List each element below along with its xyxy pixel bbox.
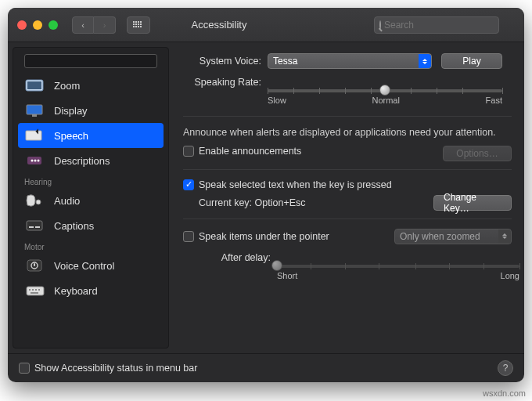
chevron-updown-icon [498,229,511,244]
sidebar-item-descriptions[interactable]: Descriptions [18,148,164,173]
sidebar-item-keyboard[interactable]: Keyboard [18,278,164,303]
system-voice-select[interactable]: Tessa [268,53,432,69]
svg-rect-19 [35,289,37,291]
watermark: wsxdn.com [483,388,526,398]
enable-announcements-label: Enable announcements [199,146,301,157]
show-status-checkbox[interactable] [19,363,30,374]
speech-icon [24,128,46,143]
minimize-icon[interactable] [33,20,42,30]
chevron-updown-icon [419,54,431,68]
sidebar-item-captions[interactable]: Captions [18,213,164,238]
svg-rect-3 [32,114,37,117]
svg-rect-21 [31,292,38,294]
delay-long-label: Long [501,271,519,280]
rate-fast-label: Fast [486,96,502,105]
svg-point-9 [36,200,41,204]
sidebar-item-label: Descriptions [54,155,110,167]
rate-normal-label: Normal [372,96,399,105]
search-field[interactable] [374,16,499,34]
svg-rect-1 [27,81,41,89]
svg-rect-15 [34,263,35,266]
preferences-window: ‹ › Accessibility Zoom Display Speech [8,8,524,382]
divider [183,219,512,219]
options-button[interactable]: Options… [443,146,512,161]
play-button[interactable]: Play [441,53,502,69]
speaking-rate-slider[interactable]: Slow Normal Fast [268,89,502,105]
speak-pointer-checkbox[interactable] [183,231,194,242]
sidebar-item-label: Voice Control [54,260,114,272]
sidebar-item-label: Zoom [54,80,80,92]
sidebar-group-motor: Motor [18,238,164,253]
pointer-mode-select[interactable]: Only when zoomed [394,229,512,244]
svg-point-8 [38,160,40,162]
speaking-rate-label: Speaking Rate: [183,77,268,88]
slider-knob-icon[interactable] [379,85,390,96]
voice-control-icon [24,258,46,273]
captions-icon [24,218,46,233]
change-key-button[interactable]: Change Key… [433,195,512,211]
speak-pointer-label: Speak items under the pointer [199,231,329,242]
svg-rect-20 [38,289,40,291]
sidebar-item-label: Captions [54,220,94,232]
svg-point-6 [31,160,34,162]
keyboard-icon [24,283,46,298]
sidebar-item-zoom[interactable]: Zoom [18,73,164,98]
sidebar-item-display[interactable]: Display [18,98,164,123]
pointer-mode-value: Only when zoomed [400,231,480,242]
slider-knob-icon[interactable] [271,260,282,271]
speak-selected-label: Speak selected text when the key is pres… [199,179,392,190]
after-delay-slider[interactable]: Short Long [277,265,519,280]
system-voice-label: System Voice: [183,56,268,67]
current-key-label: Current key: Option+Esc [199,197,306,208]
show-status-label: Show Accessibility status in menu bar [34,363,197,374]
sidebar[interactable]: Zoom Display Speech Descriptions Hearing… [13,47,169,349]
body: Zoom Display Speech Descriptions Hearing… [8,42,524,353]
announce-description: Announce when alerts are displayed or ap… [183,126,512,139]
close-icon[interactable] [17,20,27,30]
sidebar-item-speech[interactable]: Speech [18,123,164,148]
svg-rect-4 [26,131,41,140]
zoom-icon [24,78,46,93]
svg-rect-2 [27,105,42,114]
titlebar: ‹ › Accessibility [8,8,524,42]
display-icon [24,103,46,118]
sidebar-item-audio[interactable]: Audio [18,188,164,213]
descriptions-icon [24,153,46,168]
svg-rect-16 [27,287,44,295]
sidebar-item-label: Display [54,105,88,117]
svg-rect-10 [27,221,42,230]
sidebar-item-truncated[interactable] [24,54,157,68]
search-input[interactable] [384,20,501,31]
sidebar-item-label: Keyboard [54,285,98,297]
search-icon [379,20,381,30]
divider [183,169,512,170]
sidebar-item-label: Speech [54,130,88,142]
help-button[interactable]: ? [498,360,513,376]
speak-selected-checkbox[interactable] [183,179,194,190]
window-title: Accessibility [70,19,368,31]
footer: Show Accessibility status in menu bar ? [8,353,524,382]
rate-slow-label: Slow [268,96,286,105]
audio-icon [24,193,46,208]
content-pane: System Voice: Tessa Play Speaking Rate: … [169,42,524,353]
sidebar-item-voice-control[interactable]: Voice Control [18,253,164,278]
svg-point-7 [34,160,37,162]
after-delay-label: After delay: [183,252,277,263]
system-voice-value: Tessa [273,56,297,67]
sidebar-group-hearing: Hearing [18,173,164,188]
enable-announcements-checkbox[interactable] [183,146,194,157]
traffic-lights [17,20,58,30]
divider [183,116,512,117]
svg-rect-11 [29,226,34,228]
svg-rect-12 [35,226,40,228]
svg-rect-18 [32,289,34,291]
zoom-icon[interactable] [49,20,58,30]
delay-short-label: Short [277,271,297,280]
sidebar-item-label: Audio [54,195,80,207]
svg-rect-17 [29,289,31,291]
